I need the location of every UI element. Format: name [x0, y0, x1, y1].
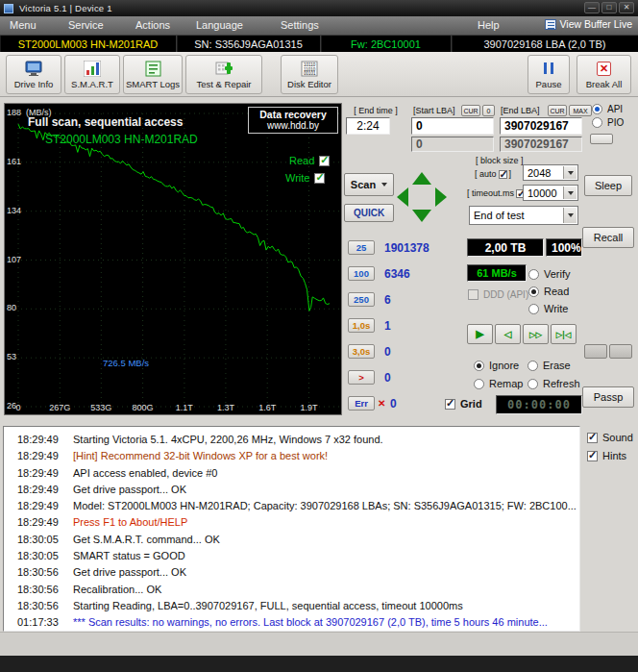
menu-item-help[interactable]: Help: [478, 19, 500, 31]
counter-label-4[interactable]: 3,0s: [348, 344, 375, 359]
quick-button[interactable]: QUICK: [344, 204, 394, 222]
progress-display: 100 %: [546, 238, 582, 257]
counter-label-0[interactable]: 25: [348, 240, 375, 255]
radio-icon: [528, 379, 538, 389]
disk-editor-button[interactable]: 101101101000101 Disk Editor: [281, 55, 338, 94]
end-lba-cur-button[interactable]: CUR: [548, 105, 567, 116]
passp-button[interactable]: Passp: [582, 386, 634, 408]
chevron-down-icon[interactable]: [563, 166, 577, 179]
menu-item-language[interactable]: Language: [196, 19, 243, 31]
x-tick-label: 267G: [49, 403, 70, 412]
counter-label-6[interactable]: Err: [348, 396, 375, 411]
erase-radio[interactable]: Erase: [528, 360, 571, 371]
menu-item-menu[interactable]: Menu: [10, 19, 37, 31]
end-lba-max-button[interactable]: MAX: [569, 105, 592, 116]
log-message: SMART status = GOOD: [73, 550, 185, 561]
api-radio[interactable]: API: [592, 104, 623, 114]
fast-forward-button[interactable]: ▷▷: [523, 324, 549, 344]
legend-write-label: Write: [285, 172, 309, 184]
test-repair-button[interactable]: Test & Repair: [185, 55, 262, 94]
scan-dropdown-arrow[interactable]: [381, 183, 387, 187]
chevron-down-icon[interactable]: [563, 187, 577, 199]
log-line: 18:30:05Get S.M.A.R.T. command... OK: [4, 532, 579, 548]
close-button[interactable]: ✕: [619, 2, 634, 13]
read-checkbox[interactable]: [319, 156, 330, 166]
grid-checkbox[interactable]: [445, 399, 455, 410]
counter-label-2[interactable]: 250: [348, 292, 375, 307]
ignore-radio[interactable]: Ignore: [474, 360, 519, 371]
mode-indicator: [590, 134, 613, 144]
timeout-label: [ timeout.ms ]: [467, 188, 529, 198]
break-all-button[interactable]: ✕ Break All: [577, 55, 631, 94]
timeout-select[interactable]: 10000: [523, 185, 578, 201]
hints-checkbox-row[interactable]: Hints: [587, 450, 626, 461]
radio-icon: [592, 117, 602, 128]
ddd-api-checkbox-row[interactable]: DDD (API): [468, 289, 528, 300]
verify-radio[interactable]: Verify: [528, 268, 571, 280]
maximize-button[interactable]: □: [601, 2, 617, 13]
read-radio[interactable]: Read: [528, 286, 569, 297]
drive-info-button[interactable]: Drive Info: [6, 55, 61, 94]
sound-checkbox[interactable]: [587, 433, 598, 443]
menu-item-service[interactable]: Service: [68, 19, 104, 31]
legend-read[interactable]: Read: [289, 155, 330, 166]
y-tick-label: 107: [7, 255, 21, 264]
ddd-checkbox[interactable]: [468, 289, 478, 300]
start-lba-zero-button[interactable]: 0: [482, 105, 495, 116]
sound-checkbox-row[interactable]: Sound: [587, 432, 633, 443]
scan-graph: Full scan, sequential access ST2000LM003…: [4, 103, 342, 415]
log-line: 01:17:33*** Scan results: no warnings, n…: [4, 614, 579, 631]
scan-button[interactable]: Scan: [344, 173, 394, 196]
log-timestamp: 18:30:56: [17, 582, 67, 598]
menu-item-settings[interactable]: Settings: [281, 19, 319, 31]
smart-logs-button[interactable]: SMART Logs: [123, 55, 183, 94]
navigation-diamond[interactable]: [392, 169, 452, 225]
start-lba-input[interactable]: 0: [411, 117, 494, 135]
start-lba-cur-button[interactable]: CUR: [461, 105, 480, 116]
menu-bar: Menu Service Actions Language Settings H…: [0, 16, 638, 36]
legend-write[interactable]: Write: [285, 172, 325, 184]
refresh-radio[interactable]: Refresh: [528, 378, 580, 389]
log-line: 18:29:49Get drive passport... OK: [4, 482, 579, 498]
remap-radio[interactable]: Remap: [474, 378, 523, 389]
counter-value-0: 1901378: [384, 241, 429, 255]
log-timestamp: 18:29:49: [17, 514, 67, 531]
counter-label-5[interactable]: >: [348, 370, 375, 385]
buffer-icon: [545, 19, 556, 30]
x-tick-label: 1.3T: [217, 403, 234, 412]
recall-button[interactable]: Recall: [582, 227, 634, 248]
write-radio[interactable]: Write: [528, 303, 568, 314]
skip-back-button[interactable]: ◁: [495, 324, 521, 344]
menu-item-actions[interactable]: Actions: [135, 19, 170, 31]
minimize-button[interactable]: —: [584, 2, 600, 13]
start-lba-label: [Start LBA]: [413, 106, 455, 115]
chevron-down-icon[interactable]: [563, 208, 577, 223]
window-footer: [0, 632, 638, 656]
pio-radio[interactable]: PIO: [592, 117, 624, 128]
write-checkbox[interactable]: [314, 173, 325, 184]
hints-checkbox[interactable]: [587, 451, 598, 461]
skip-to-position-button[interactable]: ▷|◁: [551, 324, 577, 344]
block-size-select[interactable]: 2048: [523, 164, 578, 181]
end-lba-input[interactable]: 3907029167: [500, 117, 582, 135]
device-info-bar: ST2000LM003 HN-M201RAD SN: S356J9AGA0131…: [0, 36, 638, 52]
pause-icon: [544, 60, 553, 77]
smart-button[interactable]: S.M.A.R.T: [64, 55, 120, 94]
view-buffer-live[interactable]: View Buffer Live: [545, 18, 633, 30]
sleep-button[interactable]: Sleep: [584, 175, 632, 196]
counter-label-1[interactable]: 100: [348, 266, 375, 281]
device-serial: SN: S356J9AGA01315: [177, 36, 321, 52]
small-button-1[interactable]: [584, 344, 607, 359]
play-button[interactable]: ▶: [467, 324, 493, 344]
counter-value-2: 6: [384, 293, 391, 307]
auto-checkbox[interactable]: [499, 170, 507, 179]
log-message: Get drive passport... OK: [73, 484, 186, 495]
grid-checkbox-row[interactable]: Grid: [445, 398, 482, 410]
log-panel[interactable]: 18:29:49Starting Victoria 5.1. 4xCPU, 22…: [3, 426, 580, 632]
svg-text:00101: 00101: [304, 71, 316, 76]
chart-title: Full scan, sequential access: [28, 115, 183, 129]
small-button-2[interactable]: [609, 344, 632, 359]
pause-button[interactable]: Pause: [528, 55, 570, 94]
counter-label-3[interactable]: 1,0s: [348, 318, 375, 333]
end-of-test-select[interactable]: End of test: [469, 206, 578, 225]
